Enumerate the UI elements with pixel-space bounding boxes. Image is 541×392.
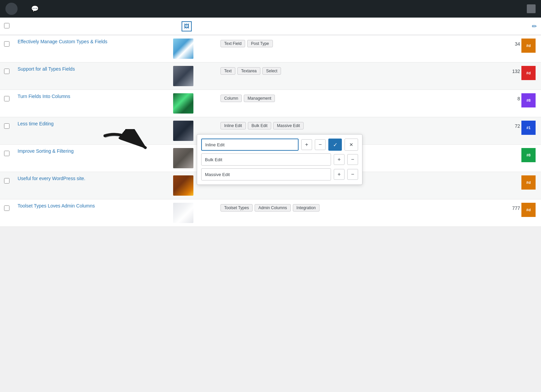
popup-add-btn-2[interactable]: + bbox=[334, 154, 345, 165]
tag: Post Type bbox=[247, 40, 273, 47]
row-image bbox=[173, 66, 200, 86]
color-badge: #8 bbox=[521, 93, 536, 107]
row-image bbox=[173, 148, 200, 168]
col-header-edit[interactable]: ✏ bbox=[520, 23, 537, 30]
popup-add-btn-1[interactable]: + bbox=[301, 139, 312, 150]
row-tags: Inline EditBulk EditMassive Edit bbox=[200, 121, 479, 129]
tag: Management bbox=[244, 95, 275, 102]
row-title: Turn Fields Into Columns bbox=[18, 93, 173, 100]
row-tags: Text FieldPost Type bbox=[200, 39, 479, 47]
admin-bar: 💬 bbox=[0, 0, 541, 18]
row-image bbox=[173, 175, 200, 196]
row-number: 34 bbox=[479, 39, 520, 47]
post-thumbnail bbox=[173, 175, 193, 196]
row-checkbox-container bbox=[4, 148, 18, 157]
row-color: #8 bbox=[520, 93, 537, 107]
row-checkbox[interactable] bbox=[4, 123, 9, 129]
col-header-image: 🖼 bbox=[173, 21, 200, 31]
row-checkbox[interactable] bbox=[4, 151, 9, 156]
post-title-link[interactable]: Useful for every WordPress site. bbox=[18, 176, 85, 181]
row-number: 8 bbox=[479, 93, 520, 101]
avatar[interactable] bbox=[527, 4, 536, 13]
row-checkbox[interactable] bbox=[4, 178, 9, 183]
row-title: Effectively Manage Custom Types & Fields bbox=[18, 39, 173, 45]
post-thumbnail bbox=[173, 148, 193, 168]
popup-cancel-btn[interactable]: ✕ bbox=[345, 139, 358, 151]
post-title-link[interactable]: Turn Fields Into Columns bbox=[18, 94, 70, 99]
row-number: 72 bbox=[479, 121, 520, 129]
post-title-link[interactable]: Less time Editing bbox=[18, 121, 54, 126]
post-thumbnail bbox=[173, 39, 193, 59]
row-color: #d bbox=[520, 39, 537, 53]
popup-row-1: + − ✓ ✕ bbox=[201, 139, 358, 151]
row-number bbox=[479, 175, 520, 178]
color-badge: #d bbox=[521, 203, 536, 217]
row-checkbox[interactable] bbox=[4, 69, 9, 74]
row-color: #d bbox=[520, 66, 537, 80]
table-row: Turn Fields Into Columns ColumnManagemen… bbox=[0, 90, 541, 117]
popup-input-2[interactable] bbox=[201, 153, 331, 166]
row-checkbox-container bbox=[4, 121, 18, 130]
image-column-icon: 🖼 bbox=[182, 21, 192, 31]
tag: Toolset Types bbox=[220, 204, 253, 212]
color-badge: #8 bbox=[521, 148, 536, 162]
tag: Admin Columns bbox=[255, 204, 291, 212]
inline-edit-popup: + − ✓ ✕ + − + − bbox=[197, 134, 362, 185]
popup-input-3[interactable] bbox=[201, 168, 331, 180]
post-title-link[interactable]: Effectively Manage Custom Types & Fields bbox=[18, 39, 108, 44]
popup-remove-btn-1[interactable]: − bbox=[315, 139, 326, 150]
row-number bbox=[479, 148, 520, 151]
post-title-link[interactable]: Toolset Types Loves Admin Columns bbox=[18, 203, 95, 209]
popup-confirm-btn[interactable]: ✓ bbox=[328, 139, 342, 151]
edit-columns-icon[interactable]: ✏ bbox=[532, 23, 537, 30]
table-row: Effectively Manage Custom Types & Fields… bbox=[0, 35, 541, 63]
row-color: #8 bbox=[520, 148, 537, 162]
post-title-link[interactable]: Support for all Types Fields bbox=[18, 66, 75, 72]
table-row: Toolset Types Loves Admin Columns Toolse… bbox=[0, 199, 541, 227]
wp-logo[interactable] bbox=[5, 3, 18, 15]
row-checkbox[interactable] bbox=[4, 96, 9, 101]
popup-remove-btn-2[interactable]: − bbox=[347, 154, 358, 165]
table-row: Less time Editing Inline EditBulk EditMa… bbox=[0, 117, 541, 145]
popup-row-3: + − bbox=[201, 168, 358, 180]
row-tags: Toolset TypesAdmin ColumnsIntegration bbox=[200, 203, 479, 212]
comments-icon[interactable]: 💬 bbox=[31, 5, 39, 13]
tag: Text Field bbox=[220, 40, 245, 47]
row-image bbox=[173, 39, 200, 59]
post-thumbnail bbox=[173, 66, 193, 86]
row-image bbox=[173, 121, 200, 141]
tag: Select bbox=[262, 67, 281, 75]
select-all-checkbox[interactable] bbox=[4, 23, 9, 28]
tag: Inline Edit bbox=[220, 122, 246, 129]
row-tags: TextTextareaSelect bbox=[200, 66, 479, 75]
popup-remove-btn-3[interactable]: − bbox=[347, 169, 358, 180]
row-number: 132 bbox=[479, 66, 520, 74]
color-badge: #d bbox=[521, 66, 536, 80]
row-title: Useful for every WordPress site. bbox=[18, 175, 173, 182]
popup-input-1[interactable] bbox=[201, 139, 299, 151]
color-badge: #d bbox=[521, 175, 536, 190]
post-thumbnail bbox=[173, 121, 193, 141]
row-title: Support for all Types Fields bbox=[18, 66, 173, 73]
post-title-link[interactable]: Improve Sorting & Filtering bbox=[18, 148, 74, 154]
table-body: Effectively Manage Custom Types & Fields… bbox=[0, 35, 541, 227]
post-thumbnail bbox=[173, 203, 193, 223]
row-image bbox=[173, 203, 200, 223]
row-checkbox-container bbox=[4, 66, 18, 75]
row-checkbox-container bbox=[4, 93, 18, 102]
row-checkbox[interactable] bbox=[4, 205, 9, 211]
row-checkbox-container bbox=[4, 175, 18, 185]
color-badge: #1 bbox=[521, 121, 536, 135]
popup-row-2: + − bbox=[201, 153, 358, 166]
main-content: 🖼 ✏ Effectively Manage Custom Types & Fi… bbox=[0, 18, 541, 227]
tag: Column bbox=[220, 95, 242, 102]
popup-add-btn-3[interactable]: + bbox=[334, 169, 345, 180]
post-thumbnail bbox=[173, 93, 193, 114]
tag: Integration bbox=[293, 204, 320, 212]
tag: Text bbox=[220, 67, 235, 75]
row-title: Less time Editing bbox=[18, 121, 173, 127]
tag: Textarea bbox=[237, 67, 260, 75]
row-color: #d bbox=[520, 175, 537, 190]
row-checkbox[interactable] bbox=[4, 41, 9, 47]
row-image bbox=[173, 93, 200, 114]
